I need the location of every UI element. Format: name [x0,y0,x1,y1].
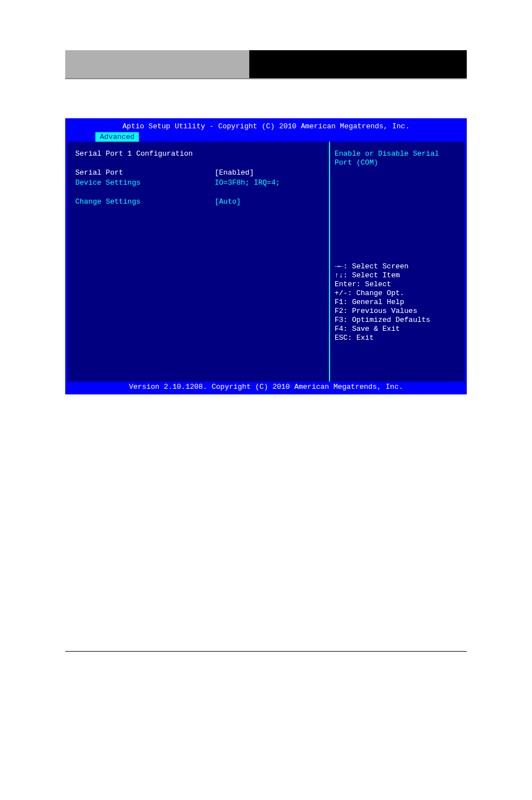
header-left-block [65,50,249,79]
section-heading: Serial Port 1 Configuration [75,150,323,158]
nav-select-item: ↑↓: Select Item [335,271,460,280]
nav-general-help: F1: General Help [335,298,460,307]
bios-main-panel: Serial Port 1 Configuration Serial Port … [67,142,330,382]
tab-advanced[interactable]: Advanced [95,132,139,142]
bios-footer-bar: Version 2.10.1208. Copyright (C) 2010 Am… [67,382,465,392]
nav-change-opt: +/-: Change Opt. [335,289,460,298]
bios-help-panel: Enable or Disable Serial Port (COM) →←: … [330,142,465,382]
nav-select-screen: →←: Select Screen [335,262,460,271]
row-change-settings[interactable]: Change Settings [Auto] [75,197,323,206]
change-settings-label: Change Settings [75,197,215,206]
bios-body: Serial Port 1 Configuration Serial Port … [67,142,465,382]
serial-port-value: [Enabled] [215,168,254,177]
navigation-help: →←: Select Screen ↑↓: Select Item Enter:… [335,262,460,343]
nav-optimized-defaults: F3: Optimized Defaults [335,316,460,325]
document-header [0,50,532,79]
device-settings-label: Device Settings [75,179,215,187]
bios-title-bar: Aptio Setup Utility - Copyright (C) 2010… [67,121,465,132]
row-device-settings: Device Settings IO=3F8h; IRQ=4; [75,179,323,187]
nav-enter: Enter: Select [335,280,460,289]
row-serial-port[interactable]: Serial Port [Enabled] [75,168,323,177]
serial-port-label: Serial Port [75,168,215,177]
change-settings-value: [Auto] [215,197,241,206]
nav-save-exit: F4: Save & Exit [335,325,460,334]
section-heading-label: Serial Port 1 Configuration [75,150,193,158]
device-settings-value: IO=3F8h; IRQ=4; [215,179,280,187]
header-right-block [249,50,467,79]
nav-previous-values: F2: Previous Values [335,307,460,316]
bios-screen: Aptio Setup Utility - Copyright (C) 2010… [65,118,467,394]
page-footer-divider [65,651,467,652]
nav-esc-exit: ESC: Exit [335,334,460,343]
bios-tab-bar: Advanced [67,132,465,142]
context-help-text: Enable or Disable Serial Port (COM) [335,150,460,167]
